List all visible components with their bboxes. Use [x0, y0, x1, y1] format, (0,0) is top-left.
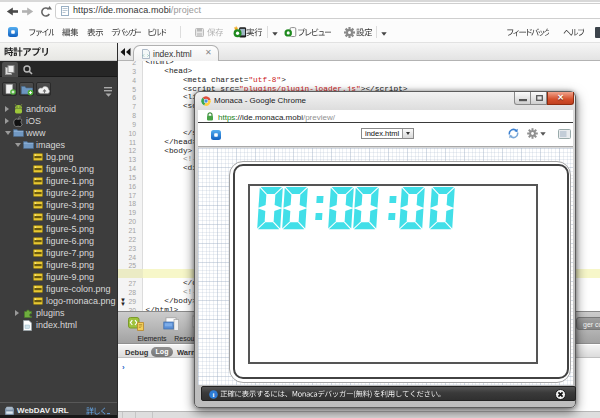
svg-text:i: i: [213, 391, 215, 399]
